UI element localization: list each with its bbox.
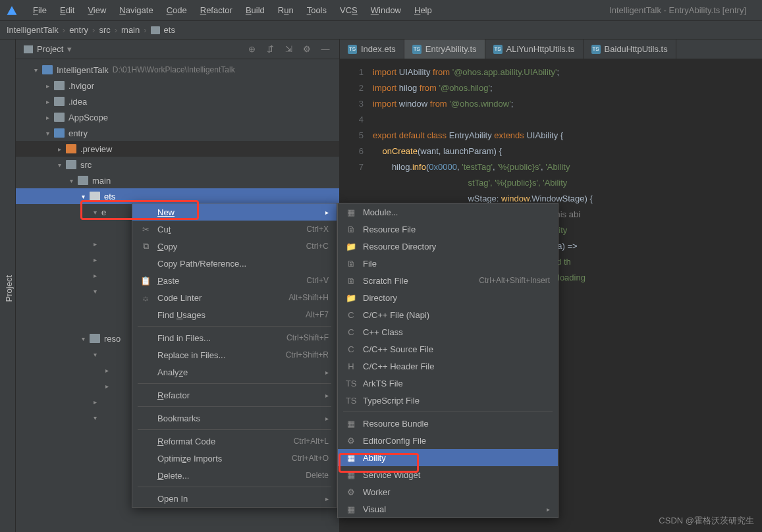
hide-icon[interactable]: — bbox=[319, 43, 331, 55]
lint-icon: ☼ bbox=[140, 292, 151, 303]
menu-window[interactable]: Window bbox=[364, 3, 408, 18]
editor-tab[interactable]: TSALiYunHttpUtils.ts bbox=[485, 40, 584, 59]
new-directory[interactable]: 📁Directory bbox=[338, 289, 558, 306]
menu-find-usages[interactable]: Find UsagesAlt+F7 bbox=[132, 306, 337, 323]
ets-file-icon: TS bbox=[348, 45, 357, 54]
menu-code[interactable]: Code bbox=[160, 3, 194, 18]
menu-find-in-files[interactable]: Find in Files...Ctrl+Shift+F bbox=[132, 329, 337, 346]
menu-copy-path[interactable]: Copy Path/Reference... bbox=[132, 255, 337, 272]
new-cpp-source[interactable]: CC/C++ Source File bbox=[338, 340, 558, 358]
folder-icon bbox=[54, 128, 65, 138]
menu-open-in[interactable]: Open In▸ bbox=[132, 490, 337, 507]
breadcrumb-item[interactable]: ets bbox=[164, 25, 175, 35]
menu-optimize-imports[interactable]: Optimize ImportsCtrl+Alt+O bbox=[132, 450, 337, 467]
new-editorconfig[interactable]: ⚙EditorConfig File bbox=[338, 432, 558, 449]
breadcrumb-item[interactable]: src bbox=[99, 25, 110, 35]
menu-separator bbox=[138, 383, 331, 384]
tree-item[interactable]: ▸.idea bbox=[16, 93, 339, 109]
new-cpp-napi[interactable]: CC/C++ File (Napi) bbox=[338, 306, 558, 323]
menu-refactor[interactable]: Refactor bbox=[194, 3, 239, 18]
menu-new[interactable]: New▸ bbox=[132, 203, 337, 221]
new-visual[interactable]: ▦Visual▸ bbox=[338, 500, 558, 518]
folder-icon bbox=[66, 160, 76, 169]
breadcrumb-item[interactable]: main bbox=[121, 25, 140, 35]
tree-item[interactable]: ▾src bbox=[16, 157, 339, 173]
tree-item[interactable]: ▸.hvigor bbox=[16, 78, 339, 93]
folder-icon bbox=[90, 192, 100, 201]
new-typescript[interactable]: TSTypeScript File bbox=[338, 392, 558, 409]
menu-separator bbox=[138, 326, 331, 327]
menu-vcs[interactable]: VCS bbox=[333, 3, 364, 18]
file-icon: 🗎 bbox=[346, 224, 356, 234]
new-resource-directory[interactable]: 📁Resource Directory bbox=[338, 238, 558, 255]
menu-edit[interactable]: Edit bbox=[53, 3, 81, 18]
new-arkts[interactable]: TSArkTS File bbox=[338, 375, 558, 392]
cpp-icon: C bbox=[346, 327, 356, 337]
tree-item[interactable]: ▸.preview bbox=[16, 141, 339, 157]
editor-tab[interactable]: TSBaiduHttpUtils.ts bbox=[584, 40, 676, 59]
menu-copy[interactable]: ⧉CopyCtrl+C bbox=[132, 238, 337, 255]
editor-tab[interactable]: TSIndex.ets bbox=[340, 40, 404, 59]
new-resource-bundle[interactable]: ▦Resource Bundle bbox=[338, 415, 558, 432]
menu-replace-in-files[interactable]: Replace in Files...Ctrl+Shift+R bbox=[132, 346, 337, 363]
tree-root[interactable]: ▾ IntelligentTalk D:\01HW\WorkPlace\Inte… bbox=[16, 62, 339, 78]
new-ability[interactable]: ▦Ability bbox=[338, 449, 558, 466]
cpp-icon: C bbox=[346, 309, 356, 320]
new-worker[interactable]: ⚙Worker bbox=[338, 483, 558, 500]
new-resource-file[interactable]: 🗎Resource File bbox=[338, 221, 558, 238]
editor-tab[interactable]: TSEntryAbility.ts bbox=[404, 40, 485, 59]
menu-tools[interactable]: Tools bbox=[300, 3, 333, 18]
menu-build[interactable]: Build bbox=[239, 3, 271, 18]
ability-icon: ▦ bbox=[346, 452, 356, 463]
project-tool-tab[interactable]: Project bbox=[3, 270, 15, 307]
menu-bookmarks[interactable]: Bookmarks▸ bbox=[132, 410, 337, 427]
menu-code-linter[interactable]: ☼Code LinterAlt+Shift+H bbox=[132, 289, 337, 306]
breadcrumb-item[interactable]: IntelligentTalk bbox=[7, 25, 59, 35]
copy-icon: ⧉ bbox=[140, 241, 151, 252]
widget-icon: ▦ bbox=[346, 469, 356, 480]
menu-run[interactable]: Run bbox=[271, 3, 300, 18]
folder-icon bbox=[42, 65, 53, 74]
chevron-down-icon[interactable]: ▾ bbox=[67, 44, 72, 54]
window-title: IntelligentTalk - EntryAbility.ts [entry… bbox=[609, 5, 757, 15]
new-cpp-class[interactable]: CC++ Class bbox=[338, 323, 558, 340]
menu-reformat[interactable]: Reformat CodeCtrl+Alt+L bbox=[132, 433, 337, 450]
panel-title[interactable]: Project bbox=[37, 44, 63, 54]
tree-item-ets[interactable]: ▾ets bbox=[16, 188, 339, 204]
editor-tabs: TSIndex.ets TSEntryAbility.ts TSALiYunHt… bbox=[340, 40, 762, 59]
gear-icon[interactable]: ⚙ bbox=[301, 43, 313, 55]
folder-icon bbox=[54, 81, 65, 90]
module-icon: ▦ bbox=[346, 207, 356, 217]
context-menu: New▸ ✂CutCtrl+X ⧉CopyCtrl+C Copy Path/Re… bbox=[132, 203, 337, 508]
collapse-icon[interactable]: ⇲ bbox=[283, 43, 294, 55]
menu-navigate[interactable]: Navigate bbox=[113, 3, 159, 18]
expand-icon[interactable]: ⇵ bbox=[264, 43, 276, 55]
tree-item[interactable]: ▸AppScope bbox=[16, 109, 339, 125]
breadcrumb-item[interactable]: entry bbox=[69, 25, 88, 35]
tree-item-entry[interactable]: ▾entry bbox=[16, 125, 339, 141]
menu-delete[interactable]: Delete...Delete bbox=[132, 467, 337, 484]
new-module[interactable]: ▦Module... bbox=[338, 203, 558, 221]
config-icon: ⚙ bbox=[346, 435, 356, 446]
menu-paste[interactable]: 📋PasteCtrl+V bbox=[132, 272, 337, 289]
menubar: File Edit View Navigate Code Refactor Bu… bbox=[0, 0, 762, 21]
folder-icon bbox=[54, 97, 65, 106]
menu-analyze[interactable]: Analyze▸ bbox=[132, 363, 337, 381]
target-icon[interactable]: ⊕ bbox=[246, 43, 258, 55]
tree-item[interactable]: ▾main bbox=[16, 173, 339, 188]
new-file[interactable]: 🗎File bbox=[338, 255, 558, 272]
new-service-widget[interactable]: ▦Service Widget bbox=[338, 466, 558, 483]
menu-view[interactable]: View bbox=[81, 3, 113, 18]
visual-icon: ▦ bbox=[346, 504, 356, 514]
menu-file[interactable]: File bbox=[26, 3, 53, 18]
new-scratch-file[interactable]: 🗎Scratch FileCtrl+Alt+Shift+Insert bbox=[338, 272, 558, 289]
folder-icon bbox=[151, 26, 160, 34]
paste-icon: 📋 bbox=[140, 275, 151, 286]
cpp-icon: H bbox=[346, 361, 356, 371]
folder-icon bbox=[66, 144, 76, 153]
menu-help[interactable]: Help bbox=[408, 3, 439, 18]
new-cpp-header[interactable]: HC/C++ Header File bbox=[338, 358, 558, 375]
menu-refactor[interactable]: Refactor▸ bbox=[132, 386, 337, 404]
watermark: CSDN @霍格沃茨研究生 bbox=[659, 515, 754, 527]
menu-cut[interactable]: ✂CutCtrl+X bbox=[132, 221, 337, 238]
